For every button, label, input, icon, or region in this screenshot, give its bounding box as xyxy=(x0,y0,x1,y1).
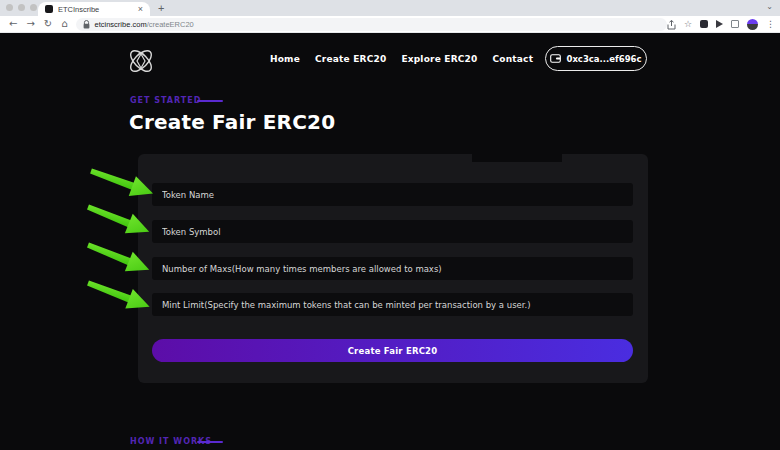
browser-menu-icon[interactable]: ⋮ xyxy=(766,19,775,29)
window-close-button[interactable] xyxy=(6,4,13,11)
browser-tab[interactable]: ETCInscribe × xyxy=(38,2,150,16)
site-favicon-icon xyxy=(45,5,53,13)
token-symbol-input[interactable] xyxy=(152,220,633,243)
screenshot: ETCInscribe × + ⌄ ← → ↻ ⌂ etcinscribe.co… xyxy=(0,0,780,450)
nav-link-home[interactable]: Home xyxy=(270,54,300,64)
profile-avatar[interactable] xyxy=(747,19,758,30)
url-domain: etcinscribe.com xyxy=(95,20,147,29)
main-nav: Home Create ERC20 Explore ERC20 Contact xyxy=(270,54,533,64)
home-icon[interactable]: ⌂ xyxy=(61,19,67,29)
nav-link-contact[interactable]: Contact xyxy=(493,54,534,64)
extension-icon[interactable] xyxy=(700,20,708,28)
reload-icon[interactable]: ↻ xyxy=(44,19,52,29)
number-of-maxs-input[interactable] xyxy=(152,257,633,280)
browser-toolbar: ← → ↻ ⌂ etcinscribe.com/createERC20 ☆ ⋮ xyxy=(0,16,780,33)
tab-title: ETCInscribe xyxy=(58,5,138,14)
back-icon[interactable]: ← xyxy=(9,19,17,29)
site-logo-atom-icon[interactable] xyxy=(124,44,158,82)
side-panel-icon[interactable] xyxy=(731,20,739,28)
bookmark-star-icon[interactable]: ☆ xyxy=(684,19,692,29)
tab-strip: ETCInscribe × + ⌄ xyxy=(0,0,780,16)
wallet-address: 0xc3ca...ef696c xyxy=(566,54,641,64)
token-name-input[interactable] xyxy=(152,183,633,206)
eyebrow-get-started: GET STARTED xyxy=(130,96,201,105)
toolbar-right-icons: ☆ ⋮ xyxy=(667,15,775,34)
nav-link-explore-erc20[interactable]: Explore ERC20 xyxy=(401,54,477,64)
create-fair-erc20-button[interactable]: Create Fair ERC20 xyxy=(152,339,633,362)
wallet-icon xyxy=(550,54,561,63)
padlock-icon xyxy=(83,20,90,29)
wallet-address-button[interactable]: 0xc3ca...ef696c xyxy=(545,46,647,71)
window-controls[interactable] xyxy=(6,4,37,11)
window-minimize-button[interactable] xyxy=(18,4,25,11)
url-text: etcinscribe.com/createERC20 xyxy=(95,20,194,29)
share-icon[interactable] xyxy=(667,15,676,34)
forward-icon[interactable]: → xyxy=(26,19,34,29)
eyebrow-dash xyxy=(197,100,223,102)
extension-arrow-icon[interactable] xyxy=(716,20,723,28)
new-tab-button[interactable]: + xyxy=(158,2,164,14)
window-zoom-button[interactable] xyxy=(30,4,37,11)
page-title: Create Fair ERC20 xyxy=(129,110,335,134)
nav-link-create-erc20[interactable]: Create ERC20 xyxy=(315,54,386,64)
tab-close-icon[interactable]: × xyxy=(138,5,143,14)
address-bar[interactable]: etcinscribe.com/createERC20 xyxy=(76,18,667,31)
card-top-notch xyxy=(472,154,562,162)
how-it-works-dash xyxy=(197,441,223,443)
mint-limit-input[interactable] xyxy=(152,293,633,316)
webpage: Home Create ERC20 Explore ERC20 Contact … xyxy=(0,33,780,450)
create-erc20-form-card: Create Fair ERC20 xyxy=(138,154,648,383)
url-path: /createERC20 xyxy=(147,20,194,29)
chevron-down-icon[interactable]: ⌄ xyxy=(766,2,773,11)
